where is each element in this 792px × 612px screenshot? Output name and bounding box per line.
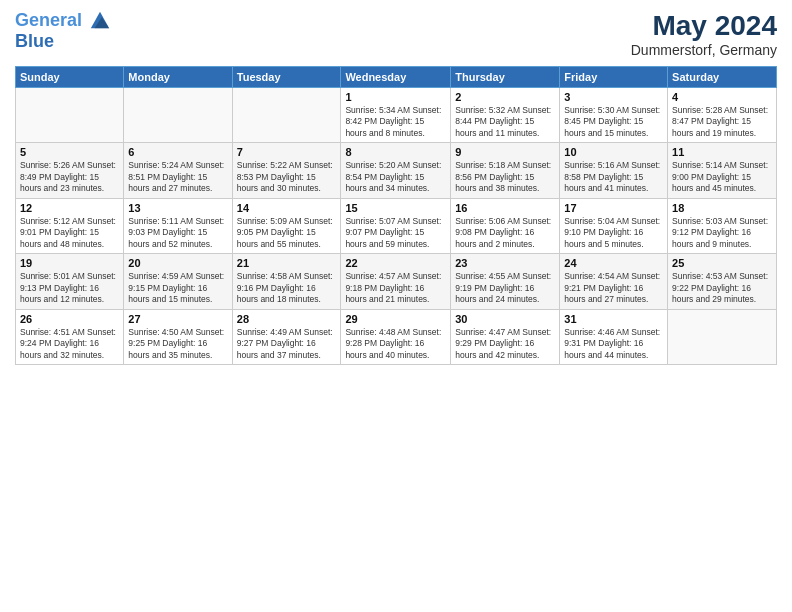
calendar-cell: 9Sunrise: 5:18 AM Sunset: 8:56 PM Daylig…	[451, 143, 560, 198]
day-number: 8	[345, 146, 446, 158]
day-info: Sunrise: 5:04 AM Sunset: 9:10 PM Dayligh…	[564, 216, 663, 250]
day-number: 18	[672, 202, 772, 214]
day-number: 28	[237, 313, 337, 325]
day-info: Sunrise: 4:57 AM Sunset: 9:18 PM Dayligh…	[345, 271, 446, 305]
calendar-table: Sunday Monday Tuesday Wednesday Thursday…	[15, 66, 777, 365]
day-info: Sunrise: 4:53 AM Sunset: 9:22 PM Dayligh…	[672, 271, 772, 305]
page: General Blue May 2024 Dummerstorf, Germa…	[0, 0, 792, 612]
day-info: Sunrise: 5:34 AM Sunset: 8:42 PM Dayligh…	[345, 105, 446, 139]
day-info: Sunrise: 5:09 AM Sunset: 9:05 PM Dayligh…	[237, 216, 337, 250]
calendar-cell: 17Sunrise: 5:04 AM Sunset: 9:10 PM Dayli…	[560, 198, 668, 253]
day-number: 2	[455, 91, 555, 103]
day-info: Sunrise: 4:51 AM Sunset: 9:24 PM Dayligh…	[20, 327, 119, 361]
day-info: Sunrise: 5:12 AM Sunset: 9:01 PM Dayligh…	[20, 216, 119, 250]
day-info: Sunrise: 5:03 AM Sunset: 9:12 PM Dayligh…	[672, 216, 772, 250]
day-info: Sunrise: 5:30 AM Sunset: 8:45 PM Dayligh…	[564, 105, 663, 139]
calendar-cell: 22Sunrise: 4:57 AM Sunset: 9:18 PM Dayli…	[341, 254, 451, 309]
day-number: 30	[455, 313, 555, 325]
calendar-cell: 8Sunrise: 5:20 AM Sunset: 8:54 PM Daylig…	[341, 143, 451, 198]
day-number: 16	[455, 202, 555, 214]
col-tuesday: Tuesday	[232, 67, 341, 88]
day-info: Sunrise: 5:07 AM Sunset: 9:07 PM Dayligh…	[345, 216, 446, 250]
subtitle: Dummerstorf, Germany	[631, 42, 777, 58]
day-info: Sunrise: 5:14 AM Sunset: 9:00 PM Dayligh…	[672, 160, 772, 194]
day-info: Sunrise: 5:28 AM Sunset: 8:47 PM Dayligh…	[672, 105, 772, 139]
calendar-cell: 19Sunrise: 5:01 AM Sunset: 9:13 PM Dayli…	[16, 254, 124, 309]
month-title: May 2024	[631, 10, 777, 42]
week-row-0: 1Sunrise: 5:34 AM Sunset: 8:42 PM Daylig…	[16, 88, 777, 143]
day-info: Sunrise: 5:11 AM Sunset: 9:03 PM Dayligh…	[128, 216, 227, 250]
calendar-cell: 7Sunrise: 5:22 AM Sunset: 8:53 PM Daylig…	[232, 143, 341, 198]
day-number: 20	[128, 257, 227, 269]
calendar-cell: 31Sunrise: 4:46 AM Sunset: 9:31 PM Dayli…	[560, 309, 668, 364]
calendar-cell	[232, 88, 341, 143]
day-number: 19	[20, 257, 119, 269]
day-number: 17	[564, 202, 663, 214]
week-row-3: 19Sunrise: 5:01 AM Sunset: 9:13 PM Dayli…	[16, 254, 777, 309]
calendar-cell: 25Sunrise: 4:53 AM Sunset: 9:22 PM Dayli…	[668, 254, 777, 309]
calendar-cell: 30Sunrise: 4:47 AM Sunset: 9:29 PM Dayli…	[451, 309, 560, 364]
calendar-cell: 18Sunrise: 5:03 AM Sunset: 9:12 PM Dayli…	[668, 198, 777, 253]
title-area: May 2024 Dummerstorf, Germany	[631, 10, 777, 58]
day-info: Sunrise: 5:16 AM Sunset: 8:58 PM Dayligh…	[564, 160, 663, 194]
day-number: 25	[672, 257, 772, 269]
calendar-cell: 5Sunrise: 5:26 AM Sunset: 8:49 PM Daylig…	[16, 143, 124, 198]
day-number: 14	[237, 202, 337, 214]
calendar-cell: 2Sunrise: 5:32 AM Sunset: 8:44 PM Daylig…	[451, 88, 560, 143]
day-number: 9	[455, 146, 555, 158]
calendar-cell: 11Sunrise: 5:14 AM Sunset: 9:00 PM Dayli…	[668, 143, 777, 198]
day-info: Sunrise: 4:46 AM Sunset: 9:31 PM Dayligh…	[564, 327, 663, 361]
day-number: 22	[345, 257, 446, 269]
day-number: 10	[564, 146, 663, 158]
logo: General Blue	[15, 10, 111, 52]
day-number: 6	[128, 146, 227, 158]
day-info: Sunrise: 4:58 AM Sunset: 9:16 PM Dayligh…	[237, 271, 337, 305]
day-info: Sunrise: 5:26 AM Sunset: 8:49 PM Dayligh…	[20, 160, 119, 194]
day-info: Sunrise: 5:22 AM Sunset: 8:53 PM Dayligh…	[237, 160, 337, 194]
calendar-cell: 1Sunrise: 5:34 AM Sunset: 8:42 PM Daylig…	[341, 88, 451, 143]
day-info: Sunrise: 5:06 AM Sunset: 9:08 PM Dayligh…	[455, 216, 555, 250]
day-number: 11	[672, 146, 772, 158]
day-info: Sunrise: 4:47 AM Sunset: 9:29 PM Dayligh…	[455, 327, 555, 361]
day-number: 12	[20, 202, 119, 214]
calendar-cell: 28Sunrise: 4:49 AM Sunset: 9:27 PM Dayli…	[232, 309, 341, 364]
calendar-cell: 23Sunrise: 4:55 AM Sunset: 9:19 PM Dayli…	[451, 254, 560, 309]
col-monday: Monday	[124, 67, 232, 88]
calendar-cell: 10Sunrise: 5:16 AM Sunset: 8:58 PM Dayli…	[560, 143, 668, 198]
day-number: 1	[345, 91, 446, 103]
day-number: 27	[128, 313, 227, 325]
day-info: Sunrise: 5:18 AM Sunset: 8:56 PM Dayligh…	[455, 160, 555, 194]
day-info: Sunrise: 4:49 AM Sunset: 9:27 PM Dayligh…	[237, 327, 337, 361]
calendar-cell: 15Sunrise: 5:07 AM Sunset: 9:07 PM Dayli…	[341, 198, 451, 253]
calendar-cell: 4Sunrise: 5:28 AM Sunset: 8:47 PM Daylig…	[668, 88, 777, 143]
calendar-cell: 16Sunrise: 5:06 AM Sunset: 9:08 PM Dayli…	[451, 198, 560, 253]
day-info: Sunrise: 5:01 AM Sunset: 9:13 PM Dayligh…	[20, 271, 119, 305]
calendar-cell: 21Sunrise: 4:58 AM Sunset: 9:16 PM Dayli…	[232, 254, 341, 309]
day-info: Sunrise: 5:20 AM Sunset: 8:54 PM Dayligh…	[345, 160, 446, 194]
calendar-cell: 6Sunrise: 5:24 AM Sunset: 8:51 PM Daylig…	[124, 143, 232, 198]
calendar-cell	[668, 309, 777, 364]
day-number: 7	[237, 146, 337, 158]
day-number: 23	[455, 257, 555, 269]
calendar-cell: 29Sunrise: 4:48 AM Sunset: 9:28 PM Dayli…	[341, 309, 451, 364]
day-info: Sunrise: 5:32 AM Sunset: 8:44 PM Dayligh…	[455, 105, 555, 139]
day-info: Sunrise: 5:24 AM Sunset: 8:51 PM Dayligh…	[128, 160, 227, 194]
day-info: Sunrise: 4:55 AM Sunset: 9:19 PM Dayligh…	[455, 271, 555, 305]
logo-line2: Blue	[15, 32, 111, 52]
day-number: 31	[564, 313, 663, 325]
day-number: 29	[345, 313, 446, 325]
calendar-cell: 13Sunrise: 5:11 AM Sunset: 9:03 PM Dayli…	[124, 198, 232, 253]
day-number: 21	[237, 257, 337, 269]
col-wednesday: Wednesday	[341, 67, 451, 88]
day-number: 3	[564, 91, 663, 103]
col-thursday: Thursday	[451, 67, 560, 88]
calendar-cell: 20Sunrise: 4:59 AM Sunset: 9:15 PM Dayli…	[124, 254, 232, 309]
calendar-cell: 26Sunrise: 4:51 AM Sunset: 9:24 PM Dayli…	[16, 309, 124, 364]
calendar-cell	[16, 88, 124, 143]
calendar-cell: 3Sunrise: 5:30 AM Sunset: 8:45 PM Daylig…	[560, 88, 668, 143]
header: General Blue May 2024 Dummerstorf, Germa…	[15, 10, 777, 58]
day-number: 24	[564, 257, 663, 269]
day-number: 4	[672, 91, 772, 103]
col-sunday: Sunday	[16, 67, 124, 88]
week-row-4: 26Sunrise: 4:51 AM Sunset: 9:24 PM Dayli…	[16, 309, 777, 364]
